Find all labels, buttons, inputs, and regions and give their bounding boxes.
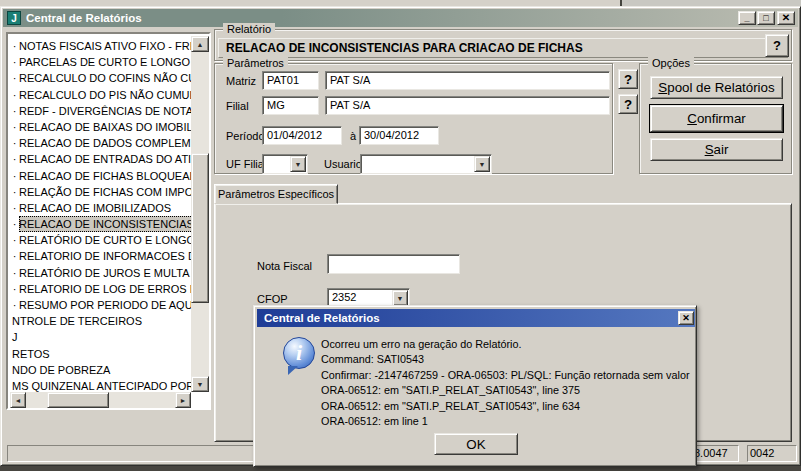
usuario-label: Usuario xyxy=(324,158,362,170)
confirm-button[interactable]: Confirmar xyxy=(650,105,783,132)
statusbar-value-1: 8.0047 xyxy=(691,445,739,462)
list-item[interactable]: ·RECALCULO DO COFINS NÃO CUM. - xyxy=(10,70,191,86)
list-item[interactable]: J xyxy=(10,329,191,345)
list-item[interactable]: ·RELATÓRIO DE JUROS E MULTA - LA xyxy=(10,265,191,281)
chevron-down-icon[interactable]: ▼ xyxy=(392,290,408,306)
dialog-title: Central de Relatórios xyxy=(264,309,380,327)
list-item[interactable]: NTROLE DE TERCEIROS xyxy=(10,313,191,329)
list-item[interactable]: ·RELACAO DE BAIXAS DO IMOBILIZA xyxy=(10,119,191,135)
report-group-label: Relatório xyxy=(223,23,275,35)
list-item[interactable]: ·RECALCULO DO PIS NÃO CUMULATI xyxy=(10,87,191,103)
filial-name-input[interactable]: PAT S/A xyxy=(325,96,610,115)
chevron-down-icon[interactable]: ▼ xyxy=(290,156,306,172)
list-item-label: MS QUINZENAL ANTECIPADO POR PRO xyxy=(12,378,191,392)
matriz-label: Matriz xyxy=(226,75,256,87)
periodo-from-input[interactable]: 01/04/2012 xyxy=(262,126,342,145)
parameters-group: Parâmetros Matriz PAT01 PAT S/A Filial M… xyxy=(214,63,613,174)
tree-bullet-icon: · xyxy=(10,168,19,184)
list-item[interactable]: ·RELACAO DE IMOBILIZADOS xyxy=(10,200,191,216)
periodo-label: Período xyxy=(226,130,265,142)
scroll-right-icon[interactable]: ► xyxy=(175,392,191,408)
window-titlebar[interactable]: J Central de Relatórios _ □ ✕ xyxy=(3,9,798,27)
vertical-scrollbar[interactable]: ▲ ▼ xyxy=(191,36,209,392)
list-item-label: RETOS xyxy=(12,346,50,362)
tree-bullet-icon: · xyxy=(10,184,19,200)
filial-code-input[interactable]: MG xyxy=(262,96,319,115)
matriz-help-button[interactable]: ? xyxy=(618,69,638,89)
info-icon-tail xyxy=(288,366,298,375)
list-item-selected[interactable]: ·RELACAO DE INCONSISTENCIAS PAR xyxy=(10,216,191,232)
tree-bullet-icon: · xyxy=(10,232,19,248)
list-item[interactable]: RETOS xyxy=(10,346,191,362)
info-icon: i xyxy=(283,337,315,369)
nota-fiscal-input[interactable] xyxy=(327,254,460,274)
dialog-message-line: Ocorreu um erro na geração do Relatório. xyxy=(321,337,695,352)
list-item[interactable]: ·PARCELAS DE CURTO E LONGO PRA xyxy=(10,54,191,70)
filial-help-button[interactable]: ? xyxy=(618,94,638,114)
matriz-name-input[interactable]: PAT S/A xyxy=(325,71,610,90)
list-item-label: RELACAO DE IMOBILIZADOS xyxy=(19,200,171,216)
list-item[interactable]: ·NOTAS FISCAIS ATIVO FIXO - FRETE xyxy=(10,38,191,54)
uf-filial-label: UF Filial xyxy=(226,158,266,170)
report-group: Relatório RELACAO DE INCONSISTENCIAS PAR… xyxy=(214,29,792,61)
list-item[interactable]: NDO DE POBREZA xyxy=(10,362,191,378)
scroll-down-icon[interactable]: ▼ xyxy=(191,376,209,392)
spool-button[interactable]: Spool de Relatórios xyxy=(650,76,783,99)
tree-bullet-icon: · xyxy=(10,135,19,151)
list-item-label: RECALCULO DO COFINS NÃO CUM. - xyxy=(19,70,191,86)
list-item-label: RELATORIO DE LOG DE ERROS DE G xyxy=(19,281,191,297)
periodo-to-input[interactable]: 30/04/2012 xyxy=(359,126,439,145)
close-button[interactable]: ✕ xyxy=(777,11,795,25)
options-group: Opções Spool de Relatórios Confirmar Sai… xyxy=(639,63,792,174)
nota-fiscal-label: Nota Fiscal xyxy=(257,260,312,272)
maximize-button[interactable]: □ xyxy=(757,11,775,25)
list-item-label: RELACAO DE FICHAS BLOQUEADAS xyxy=(19,168,191,184)
window-title: Central de Relatórios xyxy=(26,9,142,27)
scroll-left-icon[interactable]: ◄ xyxy=(10,392,26,408)
periodo-separator-label: à xyxy=(350,130,356,142)
list-item[interactable]: ·RELATÓRIO DE CURTO E LONGO PR xyxy=(10,232,191,248)
minimize-button[interactable]: _ xyxy=(738,11,756,25)
cfop-label: CFOP xyxy=(257,293,288,305)
tab-parametros-especificos[interactable]: Parâmetros Específicos xyxy=(214,184,338,204)
list-item-label: RELATÓRIO DE CURTO E LONGO PR xyxy=(19,232,191,248)
dialog-message-line: Confirmar: -2147467259 - ORA-06503: PL/S… xyxy=(321,368,695,383)
horizontal-scroll-thumb[interactable] xyxy=(47,392,109,408)
tree-bullet-icon: · xyxy=(10,297,19,313)
report-title: RELACAO DE INCONSISTENCIAS PARA CRIACAO … xyxy=(218,38,788,58)
list-item[interactable]: ·RELAÇÃO DE FICHAS COM IMPOSTO xyxy=(10,184,191,200)
list-item[interactable]: ·RELATORIO DE LOG DE ERROS DE G xyxy=(10,281,191,297)
dialog-close-button[interactable]: ✕ xyxy=(678,311,694,325)
dialog-message: Ocorreu um erro na geração do Relatório.… xyxy=(321,337,695,429)
usuario-select[interactable]: ▼ xyxy=(360,154,492,174)
report-help-button[interactable]: ? xyxy=(765,34,789,57)
scroll-up-icon[interactable]: ▲ xyxy=(191,36,209,52)
uf-filial-select[interactable]: ▼ xyxy=(262,154,308,174)
tree-bullet-icon: · xyxy=(10,281,19,297)
list-item-label: NTROLE DE TERCEIROS xyxy=(12,313,142,329)
list-item[interactable]: ·RELACAO DE FICHAS BLOQUEADAS xyxy=(10,168,191,184)
vertical-scroll-thumb[interactable] xyxy=(191,153,209,303)
list-item-label: RELACAO DE BAIXAS DO IMOBILIZA xyxy=(19,119,191,135)
list-item[interactable]: ·RESUMO POR PERIODO DE AQUISIC xyxy=(10,297,191,313)
list-item-label: NDO DE POBREZA xyxy=(12,362,110,378)
dialog-message-line: ORA-06512: em "SATI.P_RELAT_SATI0543", l… xyxy=(321,399,695,414)
report-list: ·NOTAS FISCAIS ATIVO FIXO - FRETE ·PARCE… xyxy=(6,32,211,410)
dialog-titlebar[interactable]: Central de Relatórios ✕ xyxy=(257,309,695,327)
list-item[interactable]: ·RELACAO DE DADOS COMPLEMENTA xyxy=(10,135,191,151)
report-list-rows: ·NOTAS FISCAIS ATIVO FIXO - FRETE ·PARCE… xyxy=(10,36,191,392)
list-item[interactable]: ·REDF - DIVERGÊNCIAS DE NOTAS FI xyxy=(10,103,191,119)
list-item[interactable]: ·RELACAO DE ENTRADAS DO ATIVO F xyxy=(10,151,191,167)
exit-button[interactable]: Sair xyxy=(650,138,783,161)
matriz-code-input[interactable]: PAT01 xyxy=(262,71,319,90)
tree-bullet-icon: · xyxy=(10,151,19,167)
list-item-label: RECALCULO DO PIS NÃO CUMULATI xyxy=(19,87,191,103)
tree-bullet-icon: · xyxy=(10,216,19,232)
list-item[interactable]: MS QUINZENAL ANTECIPADO POR PRO xyxy=(10,378,191,392)
list-item-label: RELACAO DE ENTRADAS DO ATIVO F xyxy=(19,151,191,167)
chevron-down-icon[interactable]: ▼ xyxy=(474,156,490,172)
ok-button[interactable]: OK xyxy=(434,433,518,455)
horizontal-scrollbar[interactable]: ◄ ► xyxy=(10,392,191,408)
list-item[interactable]: ·RELATORIO DE INFORMACOES DO I xyxy=(10,248,191,264)
options-group-label: Opções xyxy=(648,57,694,69)
